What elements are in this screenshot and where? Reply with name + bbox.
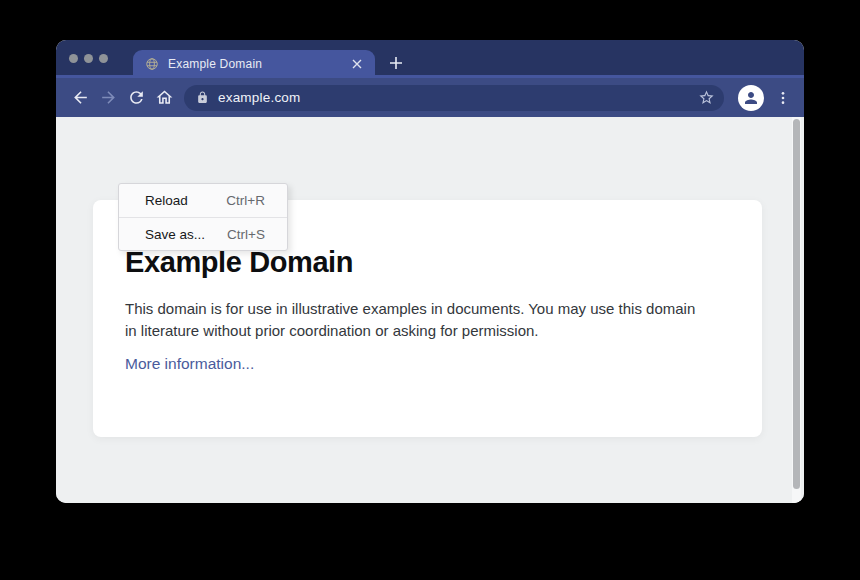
menu-item-label: Reload (145, 193, 188, 208)
home-button[interactable] (150, 84, 178, 112)
window-control-dot[interactable] (84, 54, 93, 63)
bookmark-star-icon[interactable] (698, 89, 715, 106)
window-control-dot[interactable] (99, 54, 108, 63)
navigation-toolbar: example.com (56, 78, 804, 117)
forward-arrow-icon (99, 88, 118, 107)
lock-icon (196, 91, 209, 104)
tab-close-icon[interactable] (349, 56, 365, 72)
scrollbar-track[interactable] (792, 117, 801, 503)
window-controls (69, 54, 108, 63)
titlebar: Example Domain (56, 40, 804, 78)
profile-avatar[interactable] (738, 85, 764, 111)
person-icon (742, 89, 760, 107)
context-menu-item-save-as[interactable]: Save as... Ctrl+S (119, 217, 287, 250)
url-text[interactable]: example.com (218, 90, 698, 105)
desktop-background: Example Domain (0, 0, 860, 580)
page-paragraph: This domain is for use in illustrative e… (125, 298, 710, 341)
scrollbar-thumb[interactable] (793, 119, 800, 489)
browser-menu-button[interactable] (772, 84, 794, 112)
menu-item-shortcut: Ctrl+S (227, 227, 265, 242)
page-viewport: Example Domain This domain is for use in… (56, 117, 804, 503)
forward-button[interactable] (94, 84, 122, 112)
back-arrow-icon (71, 88, 90, 107)
browser-window: Example Domain (56, 40, 804, 503)
window-control-dot[interactable] (69, 54, 78, 63)
plus-icon (389, 56, 403, 70)
reload-button[interactable] (122, 84, 150, 112)
address-bar[interactable]: example.com (184, 85, 724, 111)
reload-icon (127, 88, 146, 107)
globe-favicon-icon (145, 57, 159, 71)
context-menu-item-reload[interactable]: Reload Ctrl+R (119, 184, 287, 217)
tab-title: Example Domain (168, 57, 349, 71)
overflow-menu-dots-icon (775, 90, 791, 106)
tab-example-domain[interactable]: Example Domain (133, 50, 375, 78)
home-icon (155, 88, 174, 107)
menu-item-label: Save as... (145, 227, 205, 242)
more-information-link[interactable]: More information... (125, 355, 254, 373)
back-button[interactable] (66, 84, 94, 112)
context-menu: Reload Ctrl+R Save as... Ctrl+S (118, 183, 288, 251)
new-tab-button[interactable] (384, 51, 408, 75)
menu-item-shortcut: Ctrl+R (226, 193, 265, 208)
